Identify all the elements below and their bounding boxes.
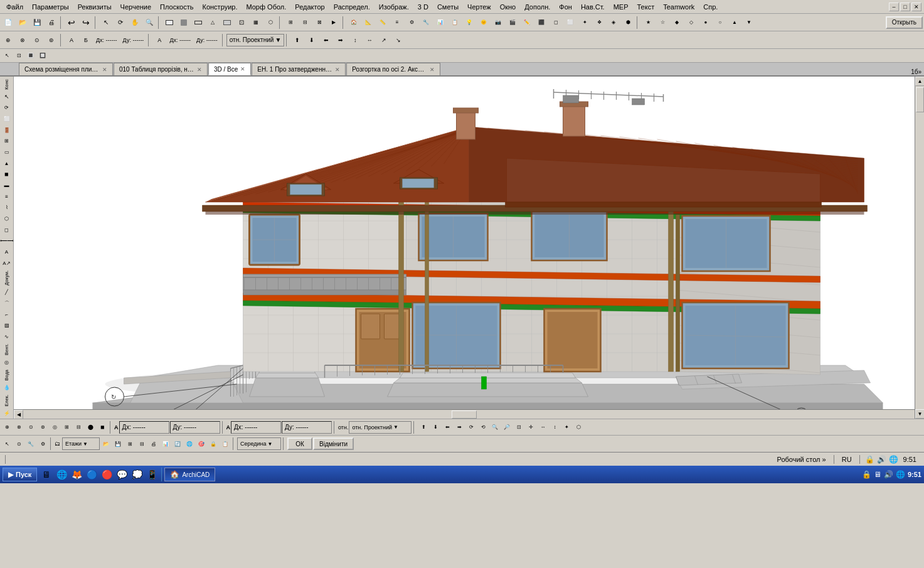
btb1-22[interactable]: ✦ [561,422,572,433]
tool-water[interactable]: 💧 [1,382,13,393]
menu-distribute[interactable]: Распредел. [330,2,374,12]
tb2-9[interactable]: ⬇ [305,33,319,47]
btb1-13[interactable]: ➡ [454,422,465,433]
start-button[interactable]: ▶ Пуск [3,468,37,481]
menu-background[interactable]: Фон [555,2,576,12]
btb1-10[interactable]: ⬆ [418,422,429,433]
open-btn[interactable]: 📂 [16,16,29,29]
tool-spline[interactable]: ∿ [1,331,13,342]
undo-btn[interactable]: ↩ [65,16,78,29]
tb2-4[interactable]: ⊚ [45,33,58,47]
viewport[interactable]: ↻ ↺ ← ↗ ▲ ▼ ◀ ▶ [14,77,924,419]
tool-railing[interactable]: ⌇ [1,203,13,213]
ql-6[interactable]: 💬 [115,468,129,481]
btb1-1[interactable]: ⊕ [1,422,13,433]
tb-c7[interactable]: 📊 [433,16,447,29]
btb2-4[interactable]: ⚙ [37,438,48,449]
btb1-5[interactable]: ◎ [49,422,60,433]
btb1-6[interactable]: ⊞ [61,422,72,433]
tb-c17[interactable]: ✦ [578,16,592,29]
tab-5[interactable]: Розгортка по осі 2. Аксонон... ✕ [346,63,440,75]
btb2-2[interactable]: ⊙ [13,438,24,449]
scroll-left[interactable]: ◀ [14,410,23,419]
ql-3[interactable]: 🦊 [70,468,83,481]
btb2-8[interactable]: ⊟ [136,438,147,449]
tab-1-close[interactable]: ✕ [102,67,107,73]
tb-b3[interactable] [191,16,205,29]
tool-dim[interactable]: ⟵⟶ [1,236,13,247]
tb-c5[interactable]: ⚙ [405,16,418,29]
tool-zone[interactable]: ◻ [1,225,13,235]
snap-proj-dropdown[interactable]: отн. Проектний ▼ [349,421,412,434]
btb1-17[interactable]: 🔎 [501,422,512,433]
tb2-7[interactable]: A [152,33,166,47]
tool-poly[interactable]: ⌐ [1,309,13,320]
zoom-btn[interactable]: 🔍 [142,16,156,29]
tb-b10[interactable]: ⊟ [298,16,312,29]
tb-c12[interactable]: 🎬 [506,16,519,29]
btb2-6[interactable]: 💾 [112,438,124,449]
tab-4[interactable]: ЕН. 1 Про затвердження Пор... ✕ [252,63,346,75]
tb2-15[interactable]: ↘ [391,33,405,47]
tb-c9[interactable]: 💡 [462,16,476,29]
tb-c15[interactable]: ◻ [549,16,563,29]
btb2-3[interactable]: 🔧 [25,438,36,449]
btb2-1[interactable]: ↖ [1,438,13,449]
scroll-up[interactable]: ▲ [915,77,924,86]
btb1-3[interactable]: ⊙ [25,422,36,433]
redo-btn[interactable]: ↪ [79,16,93,29]
tab-2[interactable]: 010 Таблиця прорізів, ніш і б... ✕ [114,63,208,75]
tb-b11[interactable]: ⊠ [312,16,326,29]
tb3-3[interactable]: 🔳 [25,50,36,62]
tb-c11[interactable]: 📷 [491,16,505,29]
btb2-10[interactable]: 📊 [160,438,171,449]
tb-d5[interactable]: ● [699,16,713,29]
new-btn[interactable]: 📄 [1,16,15,29]
btb1-16[interactable]: 🔍 [489,422,501,433]
snap-mode-dropdown[interactable]: Середина ▼ [237,437,281,450]
tb-b1[interactable] [162,16,176,29]
tab-nav-right[interactable]: 1б» [911,68,924,75]
tb2-3[interactable]: ⊙ [30,33,44,47]
menu-addon[interactable]: Дополн. [521,2,554,12]
tb-c20[interactable]: ⬢ [621,16,635,29]
tb-d2[interactable]: ☆ [656,16,669,29]
tb-c1[interactable]: 🏠 [347,16,361,29]
taskbar-archicad[interactable]: 🏠 ArchiCAD [164,468,215,481]
btb1-11[interactable]: ⬇ [430,422,441,433]
tb-c4[interactable]: ≡ [390,16,404,29]
btb1-4[interactable]: ⊚ [37,422,48,433]
tb-d3[interactable]: ◆ [670,16,684,29]
tool-column[interactable]: ◼ [1,169,13,180]
tb-c14[interactable]: ⬛ [534,16,548,29]
rotate-btn[interactable]: ⟳ [114,16,127,29]
btb1-8[interactable]: ⬤ [85,422,96,433]
btb2-7[interactable]: ⊞ [124,438,135,449]
tb-c2[interactable]: 📐 [361,16,375,29]
tb2-6[interactable]: Б [79,33,93,47]
scroll-down[interactable]: ▼ [915,409,924,419]
menu-editor[interactable]: Редактор [291,2,328,12]
tool-line[interactable]: ╱ [1,287,13,297]
window-close[interactable]: ✕ [911,3,921,11]
btb2-11[interactable]: 🔄 [172,438,183,449]
btb2-5[interactable]: 📂 [100,438,112,449]
btb1-15[interactable]: ⟲ [477,422,489,433]
menu-estimates[interactable]: Сметы [433,2,462,12]
ql-2[interactable]: 🌐 [55,468,68,481]
ok-button[interactable]: ОК [287,437,312,450]
ql-1[interactable]: 🖥 [40,468,53,481]
tool-hatch[interactable]: ▨ [1,321,13,331]
btb1-20[interactable]: ↔ [537,422,548,433]
tb-b8[interactable]: ⬡ [263,16,277,29]
tb-b7[interactable]: ▦ [249,16,263,29]
btb2-9[interactable]: 🖨 [148,438,159,449]
btb1-18[interactable]: ⊡ [513,422,524,433]
tray-2-3[interactable]: 🔊 [884,470,893,479]
tb3-4[interactable]: 🔲 [37,50,48,62]
tool-pointer[interactable]: ↖ [1,92,13,102]
tb-c10[interactable]: 🌞 [477,16,491,29]
menu-requisites[interactable]: Реквизиты [74,2,115,12]
tool-arc[interactable]: ⌒ [1,298,13,309]
tb2-10[interactable]: ⬅ [319,33,333,47]
